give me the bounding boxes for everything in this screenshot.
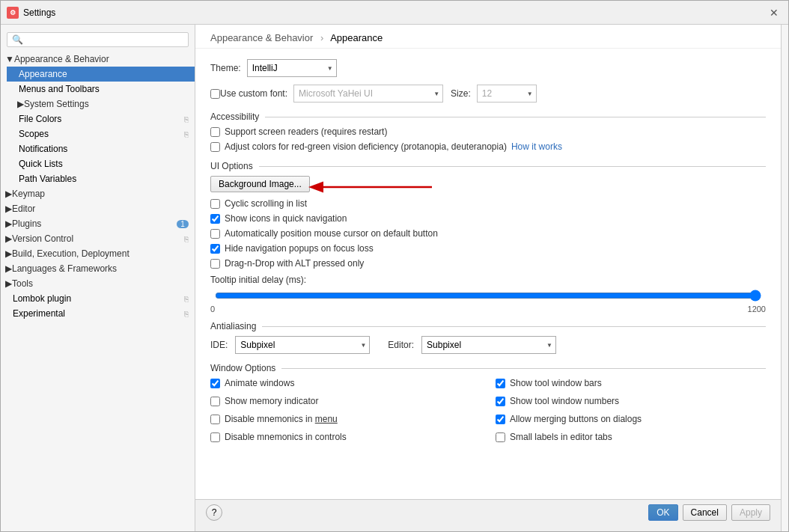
custom-font-checkbox[interactable] xyxy=(210,89,220,99)
editor-antialiasing-dropdown[interactable]: Subpixel Greyscale No antialiasing xyxy=(421,336,556,354)
sidebar-item-keymap[interactable]: ▶Keymap xyxy=(1,186,195,201)
sidebar-item-experimental[interactable]: Experimental ⎘ xyxy=(1,306,195,321)
expand-arrow-plugins: ▶ xyxy=(5,218,12,229)
font-dropdown[interactable]: Microsoft YaHei UI xyxy=(293,85,443,103)
small-labels-label[interactable]: Small labels in editor tabs xyxy=(510,432,612,442)
how-it-works-link[interactable]: How it works xyxy=(511,141,562,152)
sidebar-item-version-control[interactable]: ▶Version Control ⎘ xyxy=(1,231,195,246)
background-image-container: Background Image... xyxy=(210,176,766,198)
help-button[interactable]: ? xyxy=(206,504,222,521)
allow-merging-checkbox[interactable] xyxy=(496,415,505,424)
theme-dropdown[interactable]: IntelliJ Darcula High contrast xyxy=(247,59,337,77)
size-dropdown[interactable]: 12 xyxy=(477,85,537,103)
copy-icon-file-colors: ⎘ xyxy=(184,115,189,123)
show-icons-label[interactable]: Show icons in quick navigation xyxy=(225,213,347,224)
show-memory-row: Show memory indicator xyxy=(210,396,481,406)
breadcrumb-separator: › xyxy=(320,32,323,43)
screen-readers-label[interactable]: Support screen readers (requires restart… xyxy=(225,126,387,137)
tooltip-delay-label: Tooltip initial delay (ms): xyxy=(210,275,766,285)
disable-controls-mnemonics-checkbox[interactable] xyxy=(210,432,220,442)
drag-alt-label[interactable]: Drag-n-Drop with ALT pressed only xyxy=(225,258,364,269)
custom-font-label[interactable]: Use custom font: xyxy=(220,88,287,99)
copy-icon-experimental: ⎘ xyxy=(184,310,189,318)
screen-readers-row: Support screen readers (requires restart… xyxy=(210,126,766,137)
settings-window: ⚙ Settings ✕ 🔍 ▼Appearance & Behavior Ap… xyxy=(0,0,789,532)
disable-menu-mnemonics-label[interactable]: Disable mnemonics in menu xyxy=(225,414,338,424)
breadcrumb: Appearance & Behavior › Appearance xyxy=(195,25,781,49)
show-tool-window-numbers-label[interactable]: Show tool window numbers xyxy=(510,396,619,406)
auto-position-label[interactable]: Automatically position mouse cursor on d… xyxy=(225,228,438,239)
sidebar-item-notifications[interactable]: Notifications xyxy=(7,141,195,156)
background-image-button[interactable]: Background Image... xyxy=(210,176,310,192)
cyclic-scrolling-label[interactable]: Cyclic scrolling in list xyxy=(225,198,307,209)
allow-merging-label[interactable]: Allow merging buttons on dialogs xyxy=(510,414,642,424)
cancel-button[interactable]: Cancel xyxy=(683,504,727,521)
size-label: Size: xyxy=(451,88,471,99)
sidebar-item-build[interactable]: ▶Build, Execution, Deployment xyxy=(1,246,195,261)
sidebar-item-menus-toolbars[interactable]: Menus and Toolbars xyxy=(7,82,195,97)
show-memory-checkbox[interactable] xyxy=(210,397,220,406)
cyclic-scrolling-checkbox[interactable] xyxy=(210,199,220,209)
sidebar-item-lombok[interactable]: Lombok plugin ⎘ xyxy=(1,291,195,306)
search-icon: 🔍 xyxy=(12,34,23,45)
show-tool-window-bars-label[interactable]: Show tool window bars xyxy=(510,378,602,388)
sidebar-item-scopes[interactable]: Scopes ⎘ xyxy=(7,126,195,141)
ui-options-section-title: UI Options xyxy=(210,161,766,171)
accessibility-section-title: Accessibility xyxy=(210,111,766,122)
theme-label: Theme: xyxy=(210,63,241,73)
sidebar-item-path-variables[interactable]: Path Variables xyxy=(7,171,195,186)
screen-readers-checkbox[interactable] xyxy=(210,127,220,137)
tooltip-delay-section: Tooltip initial delay (ms): 0 1200 xyxy=(210,275,766,314)
animate-windows-checkbox[interactable] xyxy=(210,379,220,388)
drag-alt-row: Drag-n-Drop with ALT pressed only xyxy=(210,258,766,269)
hide-nav-row: Hide navigation popups on focus loss xyxy=(210,243,766,254)
close-button[interactable]: ✕ xyxy=(766,4,782,21)
drag-alt-checkbox[interactable] xyxy=(210,259,220,269)
sidebar-item-languages[interactable]: ▶Languages & Frameworks xyxy=(1,261,195,276)
ide-antialiasing-dropdown[interactable]: Subpixel Greyscale No antialiasing xyxy=(235,336,370,354)
hide-nav-label[interactable]: Hide navigation popups on focus loss xyxy=(225,243,374,254)
slider-labels: 0 1200 xyxy=(210,305,766,314)
auto-position-checkbox[interactable] xyxy=(210,229,220,239)
sidebar-item-quick-lists[interactable]: Quick Lists xyxy=(7,156,195,171)
red-arrow-annotation xyxy=(316,176,436,198)
copy-icon-scopes: ⎘ xyxy=(184,130,189,138)
editor-antialiasing-label: Editor: xyxy=(388,340,414,350)
color-deficiency-checkbox[interactable] xyxy=(210,142,220,152)
title-bar: ⚙ Settings ✕ xyxy=(1,1,788,25)
section-appearance-behavior: ▼Appearance & Behavior Appearance Menus … xyxy=(1,52,195,186)
show-icons-row: Show icons in quick navigation xyxy=(210,213,766,224)
slider-max-label: 1200 xyxy=(748,305,766,314)
expand-arrow-vc: ▶ xyxy=(5,233,12,244)
sidebar-item-system-settings[interactable]: ▶System Settings xyxy=(7,97,195,111)
search-input[interactable] xyxy=(26,34,183,45)
sidebar-item-editor[interactable]: ▶Editor xyxy=(1,201,195,216)
small-labels-checkbox[interactable] xyxy=(496,432,505,442)
apply-button[interactable]: Apply xyxy=(731,504,770,521)
sidebar-item-appearance-behavior[interactable]: ▼Appearance & Behavior xyxy=(1,52,195,67)
animate-windows-label[interactable]: Animate windows xyxy=(225,378,294,388)
color-deficiency-label[interactable]: Adjust colors for red-green vision defic… xyxy=(225,141,507,152)
sidebar-item-tools[interactable]: ▶Tools xyxy=(1,276,195,291)
disable-controls-mnemonics-label[interactable]: Disable mnemonics in controls xyxy=(225,432,347,442)
tooltip-delay-slider[interactable] xyxy=(215,288,761,303)
breadcrumb-part1: Appearance & Behavior xyxy=(210,32,313,43)
plugins-badge: 1 xyxy=(177,220,189,228)
hide-nav-checkbox[interactable] xyxy=(210,244,220,254)
antialiasing-row: IDE: Subpixel Greyscale No antialiasing … xyxy=(210,336,766,354)
font-dropdown-wrapper: Microsoft YaHei UI xyxy=(293,85,443,103)
show-tool-window-numbers-checkbox[interactable] xyxy=(496,397,505,406)
search-box[interactable]: 🔍 xyxy=(7,32,189,47)
show-icons-checkbox[interactable] xyxy=(210,214,220,224)
show-tool-window-bars-checkbox[interactable] xyxy=(496,379,505,388)
theme-row: Theme: IntelliJ Darcula High contrast xyxy=(210,59,766,77)
expand-arrow-build: ▶ xyxy=(5,248,12,259)
sidebar-item-plugins[interactable]: ▶Plugins 1 xyxy=(1,216,195,231)
show-memory-label[interactable]: Show memory indicator xyxy=(225,396,318,406)
right-panel: Appearance & Behavior › Appearance Theme… xyxy=(195,25,781,531)
sidebar-item-file-colors[interactable]: File Colors ⎘ xyxy=(7,111,195,126)
sidebar-item-appearance[interactable]: Appearance xyxy=(7,67,195,82)
ok-button[interactable]: OK xyxy=(648,504,677,521)
disable-menu-mnemonics-checkbox[interactable] xyxy=(210,415,220,424)
footer: ? OK Cancel Apply xyxy=(195,499,781,531)
